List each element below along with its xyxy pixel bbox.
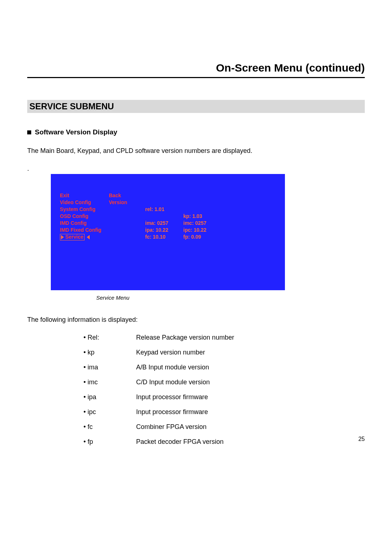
list-item: • ipa Input processor firmware (83, 393, 365, 401)
def-key: • fp (83, 438, 136, 446)
def-key: • kp (83, 349, 136, 356)
menu-item-back: Back (109, 192, 145, 199)
menu-item-service-label: Service (65, 234, 83, 240)
version-fc: fc: 10.10 (145, 234, 183, 240)
list-item: • ipc Input processor firmware (83, 408, 365, 416)
intro-paragraph: The Main Board, Keypad, and CPLD softwar… (27, 147, 365, 155)
section-heading: SERVICE SUBMENU (27, 100, 365, 113)
list-item: • imc C/D Input module version (83, 378, 365, 386)
triangle-left-icon (87, 235, 90, 239)
sub-heading: Software Version Display (27, 128, 365, 136)
def-val: Combiner FPGA version (136, 423, 207, 431)
list-item: • ima A/B Input module version (83, 364, 365, 371)
version-ipc: ipc: 10.22 (183, 227, 221, 234)
list-item: • fc Combiner FPGA version (83, 423, 365, 431)
stray-dot: . (27, 165, 365, 173)
menu-item-version: Version (109, 199, 145, 206)
square-bullet-icon (27, 130, 31, 134)
list-item: • kp Keypad version number (83, 349, 365, 356)
following-paragraph: The following information is displayed: (27, 316, 365, 324)
def-val: Release Package version number (136, 334, 234, 341)
version-ima: ima: 0257 (145, 220, 183, 227)
def-val: Keypad version number (136, 349, 205, 356)
list-item: • fp Packet decoder FPGA version (83, 438, 365, 446)
service-menu-screenshot: Exit Back Video Config Version System Co… (51, 174, 285, 290)
def-key: • imc (83, 378, 136, 386)
definitions-list: • Rel: Release Package version number • … (83, 334, 365, 446)
menu-item-system-config: System Config (60, 206, 109, 213)
figure-caption: Service Menu (96, 295, 365, 301)
list-item: • Rel: Release Package version number (83, 334, 365, 341)
def-key: • fc (83, 423, 136, 431)
sub-heading-text: Software Version Display (35, 128, 117, 136)
def-val: C/D Input module version (136, 378, 210, 386)
def-key: • ipa (83, 393, 136, 401)
def-val: A/B Input module version (136, 364, 209, 371)
version-kp: kp: 1.03 (183, 213, 221, 220)
page-title: On-Screen Menu (continued) (27, 62, 365, 78)
version-ipa: ipa: 10.22 (145, 227, 183, 234)
version-imc: imc: 0257 (183, 220, 221, 227)
menu-item-service-selected: Service (60, 234, 85, 240)
def-val: Input processor firmware (136, 408, 208, 416)
def-key: • Rel: (83, 334, 136, 341)
def-val: Packet decoder FPGA version (136, 438, 224, 446)
def-key: • ipc (83, 408, 136, 416)
menu-item-osd-config: OSD Config (60, 213, 109, 220)
version-fp: fp: 0.09 (183, 234, 221, 240)
menu-item-imd-fixed-config: IMD Fixed Config (60, 227, 109, 234)
menu-item-video-config: Video Config (60, 199, 109, 206)
triangle-right-icon (61, 235, 64, 239)
def-val: Input processor firmware (136, 393, 208, 401)
version-rel: rel: 1.01 (145, 206, 183, 213)
page-number: 25 (358, 436, 365, 442)
menu-item-exit: Exit (60, 192, 109, 199)
menu-item-imd-config: IMD Config (60, 220, 109, 227)
def-key: • ima (83, 364, 136, 371)
